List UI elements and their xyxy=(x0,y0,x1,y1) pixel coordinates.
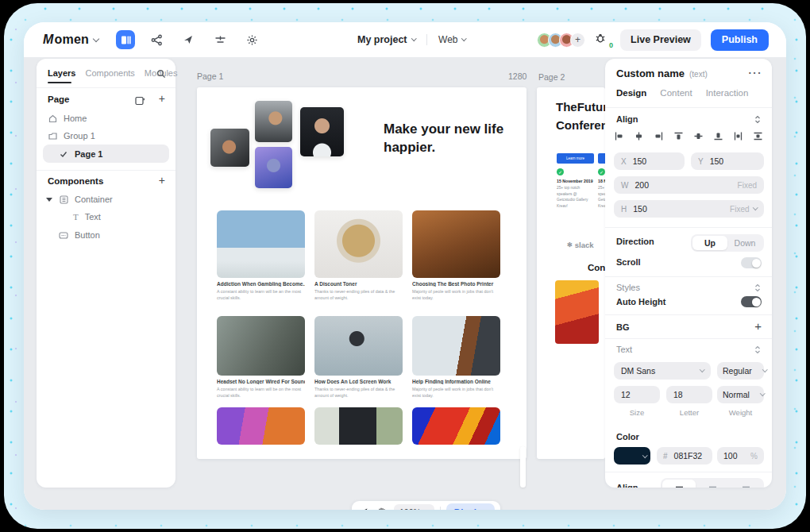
collapse-section-button[interactable] xyxy=(754,113,762,127)
zoom-level-select[interactable]: 100% xyxy=(394,504,434,510)
sliders-button[interactable] xyxy=(210,29,230,50)
divider xyxy=(605,338,772,339)
tab-layers[interactable]: Layers xyxy=(48,68,75,78)
event-date: 18 November 2019 xyxy=(598,179,605,183)
live-preview-button[interactable]: Live Preview xyxy=(620,29,701,51)
page1-label[interactable]: Page 1 xyxy=(197,71,223,81)
tab-components[interactable]: Components xyxy=(85,68,134,78)
auto-height-toggle[interactable] xyxy=(741,296,762,307)
chevron-down-icon xyxy=(462,36,467,40)
portrait-image[interactable] xyxy=(300,107,344,156)
add-component-button[interactable]: + xyxy=(159,175,165,186)
learn-more-button[interactable] xyxy=(598,153,605,164)
display-button[interactable]: Display xyxy=(446,503,495,510)
article-card[interactable]: A Discount Toner Thanks to never-ending … xyxy=(314,210,403,301)
align-left-icon[interactable] xyxy=(615,132,623,141)
article-card[interactable]: Headset No Longer Wired For Sound A cons… xyxy=(217,316,305,399)
app-logo[interactable]: Momen xyxy=(43,33,98,47)
portrait-image[interactable] xyxy=(210,129,249,167)
height-input[interactable]: H 150 Fixed xyxy=(614,200,764,218)
y-position-input[interactable]: Y 150 xyxy=(691,152,764,170)
settings-button[interactable] xyxy=(241,29,262,50)
more-menu-button[interactable]: ··· xyxy=(749,67,763,79)
font-weight-select[interactable]: Normal xyxy=(717,386,764,403)
text-align-option[interactable] xyxy=(729,480,762,488)
cursor-tool-button[interactable] xyxy=(178,29,199,50)
cursor-icon xyxy=(183,34,194,45)
direction-up-option[interactable]: Up xyxy=(692,236,727,250)
dash-icon xyxy=(676,486,683,488)
text-align-option[interactable] xyxy=(662,480,696,488)
caret-down-icon[interactable] xyxy=(46,198,52,202)
collapse-section-button[interactable] xyxy=(754,281,762,295)
width-input[interactable]: W 200 Fixed xyxy=(614,176,764,194)
align-bottom-icon[interactable] xyxy=(714,132,723,141)
opacity-input[interactable]: 100 % xyxy=(717,447,764,465)
page2-label[interactable]: Page 2 xyxy=(538,72,565,82)
align-center-vertical-icon[interactable] xyxy=(694,132,703,141)
project-selector[interactable]: My project xyxy=(357,34,415,45)
article-card[interactable]: Addiction When Gambling Become... A cons… xyxy=(217,210,305,301)
article-card[interactable]: Choosing The Best Photo Printer Majority… xyxy=(412,210,500,301)
scroll-toggle[interactable] xyxy=(741,257,762,268)
article-card[interactable]: How Does An Lcd Screen Work Thanks to ne… xyxy=(314,316,403,399)
inspector-title: Custom name xyxy=(616,67,685,79)
hand-tool-button[interactable] xyxy=(376,506,388,511)
layout-icon xyxy=(121,35,131,45)
x-position-input[interactable]: X 150 xyxy=(614,152,685,170)
distribute-horizontal-icon[interactable] xyxy=(734,132,742,141)
dash-icon xyxy=(742,486,750,488)
text-align-option[interactable] xyxy=(696,480,729,488)
debug-button[interactable]: 0 xyxy=(595,32,611,48)
platform-selector[interactable]: Web xyxy=(438,34,466,45)
sidebar-item-home[interactable]: Home xyxy=(48,114,87,123)
article-card[interactable]: Help Finding Information Online Majority… xyxy=(412,316,500,399)
font-style-select[interactable]: Regular xyxy=(717,362,764,380)
search-button[interactable] xyxy=(156,67,166,82)
pointer-tool-button[interactable] xyxy=(357,506,370,511)
portrait-image[interactable] xyxy=(255,147,292,188)
sidebar-item-group1[interactable]: Group 1 xyxy=(48,131,95,141)
portrait-image[interactable] xyxy=(255,101,292,142)
page1-frame[interactable]: Make your new life happier. Addiction Wh… xyxy=(197,87,526,459)
font-family-select[interactable]: DM Sans xyxy=(614,362,711,380)
weight-label: Weight xyxy=(717,408,764,417)
canvas-scrollbar[interactable] xyxy=(520,446,526,488)
page2-heading[interactable]: TheFuture Conference xyxy=(556,98,605,135)
sidebar-item-label: Group 1 xyxy=(64,131,95,141)
invite-collaborator-button[interactable]: + xyxy=(570,33,585,48)
card-image[interactable] xyxy=(217,407,305,445)
page1-heading[interactable]: Make your new life happier. xyxy=(384,121,515,157)
font-size-input[interactable]: 12 xyxy=(614,386,660,403)
card-image xyxy=(412,316,500,376)
direction-down-option[interactable]: Down xyxy=(727,236,762,250)
distribute-vertical-icon[interactable] xyxy=(754,132,762,141)
tab-interaction[interactable]: Interaction xyxy=(706,88,749,98)
tab-design[interactable]: Design xyxy=(616,88,646,98)
add-page-button[interactable]: + xyxy=(159,93,165,104)
component-item-text[interactable]: T Text xyxy=(73,212,101,222)
publish-button[interactable]: Publish xyxy=(711,29,769,51)
page2-image[interactable] xyxy=(555,280,599,344)
component-item-button[interactable]: Button xyxy=(59,230,100,240)
add-bg-button[interactable]: + xyxy=(754,320,762,332)
align-top-icon[interactable] xyxy=(674,132,683,141)
letter-spacing-input[interactable]: 18 xyxy=(666,386,712,403)
align-center-horizontal-icon[interactable] xyxy=(634,132,643,141)
height-mode-select[interactable]: Fixed xyxy=(730,205,757,214)
learn-more-button[interactable]: Learn more xyxy=(557,153,594,164)
card-image[interactable] xyxy=(412,407,500,445)
tab-content[interactable]: Content xyxy=(660,88,692,98)
add-folder-button[interactable] xyxy=(135,94,145,109)
align-right-icon[interactable] xyxy=(654,132,663,141)
component-item-container[interactable]: Container xyxy=(46,195,113,204)
page2-frame[interactable]: TheFuture Conference Learn more ✓ ✓ 15 N… xyxy=(537,87,605,459)
share-nodes-button[interactable] xyxy=(146,29,167,50)
color-hex-input[interactable]: # 081F32 xyxy=(657,447,712,465)
collapse-section-button[interactable] xyxy=(754,343,762,357)
layout-tool-button[interactable] xyxy=(116,30,135,49)
sidebar-item-page1[interactable]: Page 1 xyxy=(43,145,169,163)
color-swatch-select[interactable] xyxy=(614,447,650,465)
card-image[interactable] xyxy=(314,407,403,445)
width-mode[interactable]: Fixed xyxy=(738,181,757,190)
